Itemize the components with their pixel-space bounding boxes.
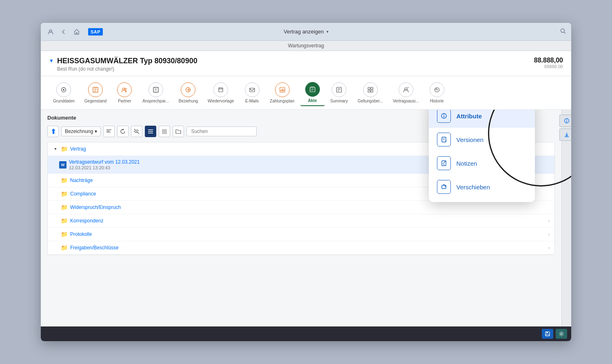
expand-compliance-icon: [53, 191, 58, 197]
svg-point-4: [63, 89, 64, 91]
folder-icon-protokolle: 📁: [61, 231, 68, 237]
align-left-button[interactable]: [103, 126, 115, 137]
folder-icon-widerspruch: 📁: [61, 204, 68, 211]
header-section: ▼ HEISSGASUMWÄLZER Typ 80930/80900 Best …: [41, 51, 571, 76]
expand-nachtraege-icon: [53, 178, 58, 183]
sidebar-item-geltungsber[interactable]: Geltungsber...: [353, 80, 387, 106]
attribute-menu-label: Attribute: [457, 113, 482, 120]
sidebar-item-emails[interactable]: E-Mails: [240, 80, 264, 106]
svg-rect-34: [371, 90, 373, 92]
historie-label: Historie: [430, 99, 444, 103]
sort-select[interactable]: Bezeichnung ▾: [61, 127, 101, 136]
chevron-korrespondenz-icon: ›: [548, 219, 550, 223]
save-button[interactable]: [542, 329, 553, 339]
versionen-menu-icon: [437, 133, 451, 146]
svg-point-51: [566, 119, 567, 120]
nav-bar: Grunddaten Gegenstand Partner Ansprechpa…: [41, 76, 571, 110]
download-panel-button[interactable]: [559, 129, 572, 141]
geltungsber-label: Geltungsber...: [357, 99, 383, 103]
svg-rect-11: [153, 87, 158, 92]
collapse-icon[interactable]: ▼: [49, 58, 54, 64]
sidebar-item-akte[interactable]: Akte: [300, 80, 325, 106]
verschieben-menu-icon: [437, 180, 451, 194]
sidebar-item-historie[interactable]: Historie: [425, 80, 449, 106]
doc-vertragsentwurf-date: 12.03.2021 13:20:43: [69, 165, 140, 170]
context-panel: [559, 113, 572, 142]
attribute-menu-item[interactable]: Attribute: [429, 110, 535, 128]
sidebar-item-summary[interactable]: Summary: [326, 80, 352, 106]
verschieben-menu-item[interactable]: Verschieben: [429, 175, 535, 199]
right-sidebar: Attribute Versionen Notize: [561, 110, 571, 326]
svg-point-9: [123, 88, 125, 90]
svg-rect-32: [371, 87, 373, 89]
sidebar-item-partner[interactable]: Partner: [112, 80, 137, 106]
attribute-panel-button[interactable]: [559, 115, 572, 127]
folder-protokolle[interactable]: 📁 Protokolle ›: [48, 228, 554, 241]
geltungsber-icon: [363, 82, 378, 97]
eye-off-button[interactable]: [131, 126, 142, 137]
doc-vertragsentwurf-label: Vertragsentwurf vom 12.03.2021: [69, 159, 140, 165]
notizen-menu-item[interactable]: Notizen: [429, 151, 535, 175]
price-main: 88.888,00: [534, 57, 563, 64]
svg-rect-33: [368, 90, 370, 92]
header-subtitle: Best Run (do not change!): [57, 66, 197, 72]
list-view-button[interactable]: [145, 126, 156, 137]
versionen-menu-label: Versionen: [457, 136, 484, 143]
folder-korrespondenz-label: Korrespondenz: [70, 218, 546, 224]
spotlight-menu: Attribute Versionen Notize: [429, 110, 535, 202]
compact-view-button[interactable]: [159, 126, 170, 137]
beziehung-icon: [181, 82, 195, 97]
folder-widerspruch[interactable]: 📁 Widerspruch/Einspruch: [48, 201, 554, 214]
ansprechpar-icon: [149, 82, 163, 97]
versionen-menu-item[interactable]: Versionen: [429, 128, 535, 151]
home-icon[interactable]: [72, 27, 82, 37]
sidebar-item-wiedervorlage[interactable]: Wiedervorlage: [204, 80, 238, 106]
beziehung-label: Beziehung: [179, 99, 198, 103]
sidebar-item-grunddaten[interactable]: Grunddaten: [49, 80, 79, 106]
folder-icon-korrespondenz: 📁: [61, 218, 68, 224]
summary-label: Summary: [330, 99, 348, 103]
folder-korrespondenz[interactable]: 📁 Korrespondenz ›: [48, 214, 554, 228]
search-input[interactable]: [186, 127, 257, 136]
svg-point-10: [125, 88, 126, 90]
svg-rect-19: [250, 88, 255, 92]
sidebar-item-ansprechpar[interactable]: Ansprechpar...: [138, 80, 173, 106]
page-title: HEISSGASUMWÄLZER Typ 80930/80900: [57, 57, 197, 65]
collapse-all-button[interactable]: ⬆: [47, 126, 59, 137]
settings-button[interactable]: [556, 329, 567, 339]
zahlungsplan-label: Zahlungsplan: [270, 99, 295, 103]
svg-rect-24: [310, 87, 315, 92]
folder-icon-freigaben: 📁: [61, 244, 68, 251]
status-bar: [41, 326, 571, 341]
sidebar-item-vertragsausi[interactable]: Vertragsausi...: [389, 80, 423, 106]
search-icon[interactable]: [560, 28, 566, 36]
user-icon[interactable]: [46, 27, 55, 37]
sort-chevron-icon: ▾: [95, 129, 97, 134]
chevron-down-icon[interactable]: ▾: [326, 29, 328, 34]
partner-label: Partner: [118, 99, 131, 103]
notizen-menu-icon: [437, 156, 451, 170]
zahlungsplan-icon: [275, 82, 290, 97]
top-bar: SAP Vertrag anzeigen ▾: [41, 23, 571, 41]
svg-rect-15: [219, 88, 223, 92]
expand-widerspruch-icon: [53, 204, 58, 210]
refresh-button[interactable]: [117, 126, 129, 137]
sidebar-item-zahlungsplan[interactable]: Zahlungsplan: [266, 80, 299, 106]
chevron-protokolle-icon: ›: [548, 232, 550, 237]
sidebar-item-gegenstand[interactable]: Gegenstand: [80, 80, 111, 106]
price-sub: 88888.00: [534, 64, 563, 69]
sidebar-item-beziehung[interactable]: Beziehung: [175, 80, 202, 106]
sort-label: Bezeichnung: [65, 129, 93, 134]
ansprechpar-label: Ansprechpar...: [142, 99, 169, 103]
akte-label: Akte: [308, 98, 317, 103]
back-icon[interactable]: [59, 27, 69, 37]
akte-icon: [305, 82, 320, 97]
main-window: SAP Vertrag anzeigen ▾ Wartungsvertrag ▼…: [41, 23, 571, 341]
folder-view-button[interactable]: [173, 126, 184, 137]
expand-freigaben-icon: [53, 245, 58, 251]
grunddaten-icon: [56, 82, 71, 97]
emails-label: E-Mails: [245, 99, 259, 103]
historie-icon: [430, 82, 444, 97]
folder-freigaben[interactable]: 📁 Freigaben/Beschlüsse ›: [48, 241, 554, 255]
expand-vertrag-icon[interactable]: ▼: [53, 146, 58, 152]
